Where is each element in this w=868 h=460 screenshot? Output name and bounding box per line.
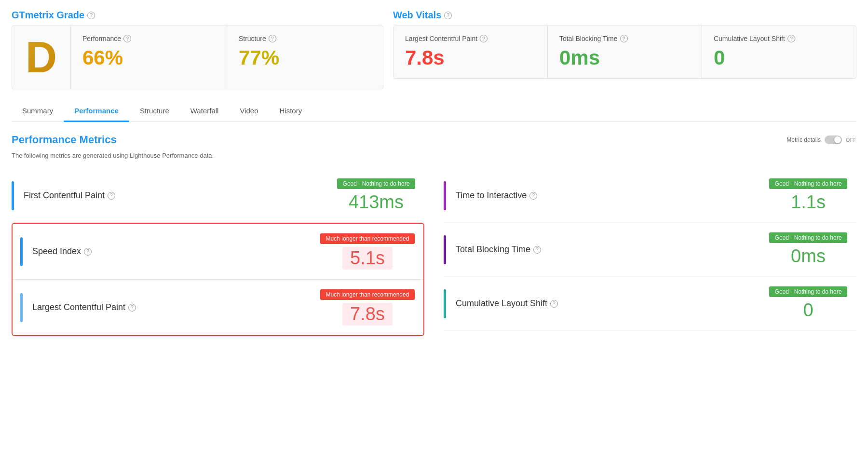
tab-summary[interactable]: Summary (12, 101, 64, 122)
tti-row: Time to Interactive ? Good - Nothing to … (444, 169, 856, 223)
cls-row: Cumulative Layout Shift ? Good - Nothing… (444, 277, 856, 331)
tab-history[interactable]: History (269, 101, 312, 122)
structure-label: Structure (239, 35, 266, 42)
lcp-bar (20, 293, 23, 322)
cls-help-icon[interactable]: ? (787, 35, 795, 42)
webvitals-help-icon[interactable]: ? (444, 12, 452, 19)
fcp-row: First Contentful Paint ? Good - Nothing … (12, 169, 424, 223)
fcp-help-icon[interactable]: ? (108, 192, 115, 200)
tbt-value-area: Good - Nothing to do here 0ms (760, 232, 856, 267)
cls-label: Cumulative Layout Shift (714, 35, 785, 42)
gtmetrix-title: GTmetrix Grade (12, 10, 84, 21)
lcp-label: Largest Contentful Paint (405, 35, 477, 42)
si-bar (20, 237, 23, 266)
structure-value: 77% (239, 46, 279, 69)
lcp-help-icon[interactable]: ? (480, 35, 488, 42)
tti-bar (444, 181, 446, 210)
tbt-badge: Good - Nothing to do here (769, 232, 848, 243)
fcp-bar (12, 181, 14, 210)
performance-value: 66% (82, 46, 123, 69)
tti-help-icon[interactable]: ? (529, 192, 537, 200)
lcp-metric-value: 7.8s (342, 303, 393, 325)
tti-badge: Good - Nothing to do here (769, 178, 848, 189)
cls-perf-help-icon[interactable]: ? (550, 300, 558, 308)
performance-label: Performance (82, 35, 121, 42)
cls-value: 0 (714, 46, 725, 69)
webvitals-title: Web Vitals (393, 10, 441, 21)
lcp-value-area: Much longer than recommended 7.8s (319, 289, 416, 325)
tbt-label: Total Blocking Time (559, 35, 618, 42)
tbt-bar (444, 235, 446, 264)
lcp-row: Largest Contentful Paint ? Much longer t… (13, 279, 423, 335)
cls-badge: Good - Nothing to do here (769, 286, 848, 297)
section-title: Performance Metrics (12, 134, 117, 146)
cls-perf-name: Cumulative Layout Shift (456, 298, 547, 309)
gtmetrix-help-icon[interactable]: ? (87, 12, 95, 19)
lcp-value: 7.8s (405, 46, 445, 69)
cls-metric-value: 0 (803, 300, 813, 321)
si-row: Speed Index ? Much longer than recommend… (13, 224, 423, 279)
right-metrics-col: Time to Interactive ? Good - Nothing to … (444, 169, 856, 336)
si-name: Speed Index (32, 246, 81, 257)
tab-structure[interactable]: Structure (129, 101, 180, 122)
fcp-name: First Contentful Paint (24, 190, 105, 201)
tbt-help-icon[interactable]: ? (533, 246, 541, 254)
lcp-perf-name: Largest Contentful Paint (32, 302, 125, 312)
tbt-row: Total Blocking Time ? Good - Nothing to … (444, 223, 856, 277)
structure-help-icon[interactable]: ? (269, 35, 276, 42)
red-highlight-group: Speed Index ? Much longer than recommend… (12, 223, 424, 336)
tabs-bar: Summary Performance Structure Waterfall … (12, 101, 856, 122)
tbt-metric-value: 0ms (791, 246, 826, 267)
grade-letter: D (26, 36, 57, 79)
si-help-icon[interactable]: ? (84, 248, 92, 256)
tti-value-area: Good - Nothing to do here 1.1s (760, 178, 856, 213)
tti-value: 1.1s (791, 192, 826, 213)
toggle-state: OFF (846, 137, 856, 143)
fcp-value-area: Good - Nothing to do here 413ms (328, 178, 424, 213)
fcp-value: 413ms (349, 192, 404, 213)
cls-value-area: Good - Nothing to do here 0 (760, 286, 856, 321)
metric-details-label: Metric details (787, 136, 821, 143)
tab-waterfall[interactable]: Waterfall (180, 101, 230, 122)
si-badge: Much longer than recommended (320, 233, 415, 244)
tab-performance[interactable]: Performance (64, 101, 129, 122)
metric-details-toggle[interactable] (825, 135, 842, 144)
performance-help-icon[interactable]: ? (123, 35, 131, 42)
left-metrics-col: First Contentful Paint ? Good - Nothing … (12, 169, 424, 336)
lcp-badge: Much longer than recommended (320, 289, 415, 300)
tti-name: Time to Interactive (456, 190, 527, 201)
tbt-help-icon[interactable]: ? (620, 35, 628, 42)
si-value-area: Much longer than recommended 5.1s (319, 233, 416, 270)
tbt-perf-name: Total Blocking Time (456, 244, 530, 255)
lcp-perf-help-icon[interactable]: ? (128, 304, 136, 311)
section-subtitle: The following metrics are generated usin… (12, 152, 856, 159)
fcp-badge: Good - Nothing to do here (337, 178, 416, 189)
cls-bar (444, 289, 446, 318)
tbt-value: 0ms (559, 46, 600, 69)
si-value: 5.1s (342, 247, 393, 270)
tab-video[interactable]: Video (229, 101, 269, 122)
